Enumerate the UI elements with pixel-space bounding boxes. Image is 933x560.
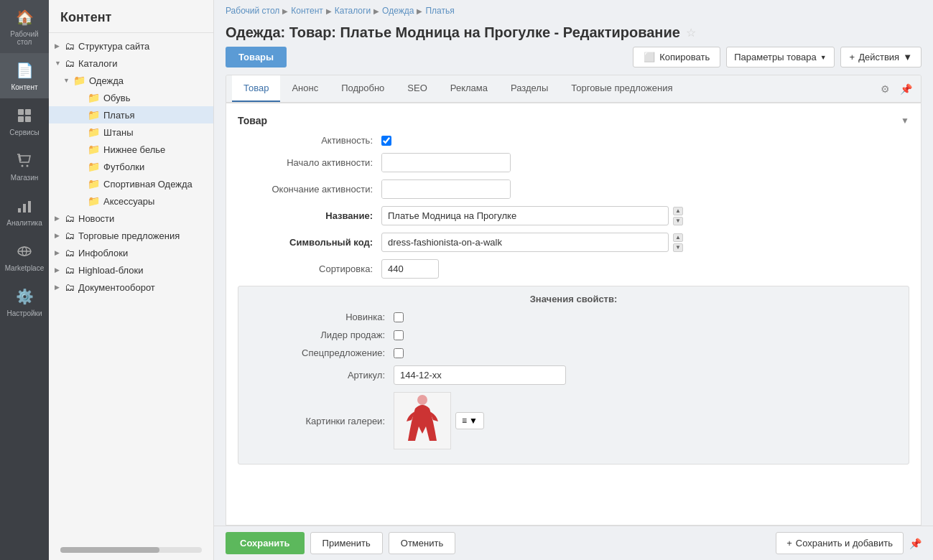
params-button[interactable]: Параметры товара ▼ <box>726 47 834 67</box>
copy-down-button[interactable]: ▼ <box>673 243 683 252</box>
nav-item-tshirts[interactable]: 📁 Футболки <box>49 158 213 175</box>
breadcrumb-sep: ▶ <box>282 7 288 15</box>
novinka-checkbox[interactable] <box>394 312 404 322</box>
goods-button[interactable]: Товары <box>226 47 287 67</box>
nav-item-accessories[interactable]: 📁 Аксессуары <box>49 192 213 210</box>
nav-item-news[interactable]: ▶ 🗂 Новости <box>49 210 213 227</box>
save-add-button[interactable]: + Сохранить и добавить <box>776 532 904 554</box>
start-date-input[interactable] <box>382 154 511 172</box>
start-activity-field: 📅 <box>381 153 511 172</box>
svg-rect-6 <box>18 208 21 213</box>
start-date-wrap: 📅 <box>381 153 511 172</box>
nav-item-dresses[interactable]: 📁 Платья <box>49 106 213 123</box>
nav-item-infoblocks[interactable]: ▶ 🗂 Инфоблоки <box>49 244 213 261</box>
tab-sections[interactable]: Разделы <box>499 75 560 102</box>
nav-item-offers[interactable]: ▶ 🗂 Торговые предложения <box>49 227 213 244</box>
leader-checkbox[interactable] <box>394 330 404 340</box>
gallery-thumbnail[interactable] <box>394 392 451 449</box>
copy-button[interactable]: ⬜ Копировать <box>633 47 720 67</box>
tab-product[interactable]: Товар <box>232 75 280 102</box>
nav-label: Нижнее белье <box>103 144 208 155</box>
activity-checkbox[interactable] <box>381 136 391 146</box>
tab-offers[interactable]: Торговые предложения <box>560 75 684 102</box>
svg-point-12 <box>417 395 427 405</box>
leader-field <box>394 330 404 340</box>
nav-label: Аксессуары <box>103 196 208 207</box>
section-header: Товар ▼ <box>238 115 909 126</box>
nav-scrollbar-container <box>49 541 213 560</box>
sort-input[interactable] <box>381 259 439 279</box>
arrow-icon: ▼ <box>63 77 72 84</box>
sidebar-item-desktop[interactable]: 🏠 Рабочий стол <box>0 0 49 53</box>
apply-button[interactable]: Применить <box>310 532 383 554</box>
nav-item-highload[interactable]: ▶ 🗂 Highload-блоки <box>49 261 213 279</box>
code-input[interactable] <box>381 233 669 252</box>
breadcrumb-item-content[interactable]: Контент <box>291 6 322 16</box>
sidebar-item-analytics[interactable]: Аналитика <box>0 189 49 234</box>
nav-item-underwear[interactable]: 📁 Нижнее белье <box>49 141 213 158</box>
article-input[interactable] <box>394 365 566 385</box>
folder-icon: 📁 <box>88 161 100 172</box>
pin-icon[interactable]: 📌 <box>909 538 922 549</box>
nav-label: Каталоги <box>78 58 208 69</box>
svg-point-5 <box>27 165 29 167</box>
tab-anons[interactable]: Анонс <box>280 75 330 102</box>
copy-down-button[interactable]: ▼ <box>673 217 683 225</box>
folder-icon: 📁 <box>88 195 100 207</box>
special-checkbox[interactable] <box>394 348 404 358</box>
nav-scrollbar[interactable] <box>60 547 202 553</box>
copy-up-button[interactable]: ▲ <box>673 207 683 215</box>
copy-up-button[interactable]: ▲ <box>673 233 683 242</box>
name-input[interactable] <box>381 206 669 225</box>
nav-item-clothes[interactable]: ▼ 📁 Одежда <box>49 72 213 89</box>
arrow-icon: ▶ <box>55 215 63 222</box>
nav-item-catalogs[interactable]: ▼ 🗂 Каталоги <box>49 55 213 72</box>
sidebar-item-marketplace[interactable]: Marketplace <box>0 234 49 279</box>
sidebar-icons: 🏠 Рабочий стол 📄 Контент Сервисы Магазин… <box>0 0 49 560</box>
name-copy-buttons: ▲ ▼ <box>673 207 683 225</box>
analytics-icon <box>14 196 34 216</box>
nav-item-sportswear[interactable]: 📁 Спортивная Одежда <box>49 175 213 192</box>
nav-tree: ▶ 🗂 Структура сайта ▼ 🗂 Каталоги ▼ 📁 Оде… <box>49 33 213 541</box>
breadcrumb-item-dresses[interactable]: Платья <box>425 6 454 16</box>
nav-scrollbar-thumb[interactable] <box>60 547 159 553</box>
sidebar-item-content[interactable]: 📄 Контент <box>0 53 49 98</box>
nav-item-shoes[interactable]: 📁 Обувь <box>49 89 213 106</box>
tab-seo[interactable]: SEO <box>396 75 438 102</box>
novinka-label: Новинка: <box>250 312 394 322</box>
sidebar-item-label: Магазин <box>11 174 39 182</box>
tabs-actions: ⚙ 📌 <box>878 80 915 98</box>
sidebar-item-label: Контент <box>11 83 37 91</box>
arrow-icon: ▶ <box>55 249 63 256</box>
cancel-button[interactable]: Отменить <box>389 532 455 554</box>
breadcrumb-item-desktop[interactable]: Рабочий стол <box>226 6 279 16</box>
actions-button[interactable]: + Действия ▼ <box>840 47 922 67</box>
sidebar-item-services[interactable]: Сервисы <box>0 98 49 144</box>
tabs-gear-button[interactable]: ⚙ <box>878 80 893 98</box>
tab-ads[interactable]: Реклама <box>439 75 499 102</box>
star-icon[interactable]: ☆ <box>686 26 696 39</box>
tabs-pin-button[interactable]: 📌 <box>897 80 915 98</box>
breadcrumb-sep: ▶ <box>373 7 379 15</box>
sidebar-item-shop[interactable]: Магазин <box>0 144 49 189</box>
svg-point-4 <box>22 165 24 167</box>
end-date-input[interactable] <box>382 180 511 198</box>
nav-item-docflow[interactable]: ▶ 🗂 Документооборот <box>49 279 213 296</box>
plus-icon: + <box>786 538 792 549</box>
gallery-menu-button[interactable]: ≡ ▼ <box>455 412 484 429</box>
folder-icon: 🗂 <box>65 247 75 258</box>
nav-label: Инфоблоки <box>78 248 208 258</box>
special-label: Спецпредложение: <box>250 347 394 358</box>
breadcrumb-item-clothes[interactable]: Одежда <box>382 6 414 16</box>
code-label: Символьный код: <box>238 237 381 248</box>
nav-item-pants[interactable]: 📁 Штаны <box>49 123 213 141</box>
save-button[interactable]: Сохранить <box>226 532 305 554</box>
nav-item-structure[interactable]: ▶ 🗂 Структура сайта <box>49 37 213 55</box>
caret-icon: ▼ <box>903 52 912 62</box>
collapse-icon[interactable]: ▼ <box>901 116 909 126</box>
breadcrumb-item-catalogs[interactable]: Каталоги <box>335 6 371 16</box>
sidebar-item-settings[interactable]: ⚙️ Настройки <box>0 279 49 325</box>
novinka-field <box>394 312 404 322</box>
tab-detail[interactable]: Подробно <box>330 75 396 102</box>
shop-icon <box>14 151 34 171</box>
